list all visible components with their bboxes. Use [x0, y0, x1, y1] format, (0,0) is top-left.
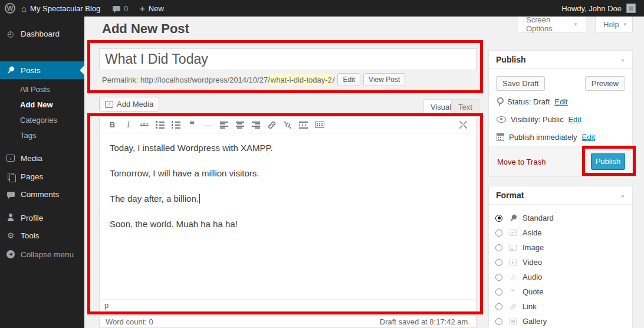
blockquote-button[interactable]: ❝ — [184, 118, 200, 132]
format-option-image[interactable]: Image — [489, 240, 632, 255]
schedule-row: Publish immediately Edit — [497, 133, 595, 142]
edit-permalink-button[interactable]: Edit — [337, 73, 360, 86]
publish-box-header[interactable]: Publish ▲ — [489, 51, 632, 69]
radio-video[interactable] — [495, 259, 502, 266]
account-menu[interactable]: Howdy, John Doe — [561, 0, 622, 17]
sidebar-subitem-categories[interactable]: Categories — [0, 113, 84, 127]
post-content-area[interactable]: Today, I installed Wordpress with XAMPP.… — [100, 134, 476, 299]
post-paragraph: Today, I installed Wordpress with XAMPP. — [110, 142, 466, 154]
format-option-audio[interactable]: ♫ Audio — [489, 270, 632, 284]
sidebar-item-posts[interactable]: Posts — [0, 61, 84, 79]
post-paragraph: Tomorrow, I will have a million visitors… — [110, 167, 466, 179]
format-option-link[interactable]: Link — [489, 299, 632, 314]
quote-icon: ❝ — [508, 289, 518, 295]
italic-button[interactable]: I — [120, 118, 136, 132]
move-to-trash-link[interactable]: Move to Trash — [497, 158, 546, 166]
post-title-input[interactable] — [99, 48, 477, 70]
comments-icon — [6, 192, 15, 197]
sidebar-item-collapse-menu[interactable]: ◀ Collapse menu — [0, 245, 84, 263]
comments-count: 0 — [124, 4, 128, 13]
remove-link-button[interactable] — [280, 118, 295, 132]
sidebar-item-comments[interactable]: Comments — [0, 185, 84, 203]
numbered-list-button[interactable] — [168, 118, 184, 132]
view-post-button[interactable]: View Post — [363, 73, 405, 86]
text-tab[interactable]: Text — [451, 99, 479, 114]
save-draft-button[interactable]: Save Draft — [496, 76, 545, 91]
radio-quote[interactable] — [495, 288, 502, 296]
editor-path-bar: p — [100, 299, 476, 312]
collapse-toggle-icon[interactable]: ▲ — [620, 193, 625, 198]
post-paragraph: Soon, the world. Muah ha ha ha! — [110, 218, 466, 230]
help-tab[interactable]: Help ▼ — [595, 17, 633, 32]
sidebar-subitem-add-new[interactable]: Add New — [0, 98, 84, 112]
sidebar-item-dashboard[interactable]: ◴ Dashboard — [0, 25, 84, 42]
more-tag-icon — [299, 122, 308, 129]
sidebar-item-pages[interactable]: Pages — [0, 168, 84, 185]
format-option-label: Link — [523, 302, 537, 311]
more-tag-button[interactable] — [295, 118, 311, 132]
format-option-label: Aside — [523, 228, 542, 237]
user-avatar[interactable] — [626, 0, 636, 17]
horizontal-rule-button[interactable]: — — [200, 118, 216, 132]
strikethrough-button[interactable]: ABC — [136, 118, 152, 132]
sidebar-item-profile[interactable]: Profile — [0, 209, 84, 227]
format-box-header[interactable]: Format ▲ — [489, 186, 632, 205]
align-left-button[interactable] — [216, 118, 232, 132]
sidebar-item-tools[interactable]: ⚙ Tools — [0, 227, 84, 244]
comments-menu[interactable]: 0 — [113, 0, 128, 17]
format-option-gallery[interactable]: Gallery — [489, 314, 632, 328]
format-option-quote[interactable]: ❝ Quote — [489, 284, 632, 299]
status-text: Status: Draft — [507, 97, 550, 106]
add-media-label: Add Media — [117, 100, 153, 109]
format-option-video[interactable]: Video — [489, 255, 632, 270]
sidebar-subitem-all-posts[interactable]: All Posts — [0, 83, 84, 97]
word-count-label: Word count: — [106, 317, 147, 326]
radio-link[interactable] — [495, 303, 502, 310]
visibility-text: Visibility: Public — [511, 115, 563, 124]
sidebar-item-label: Pages — [21, 172, 43, 181]
radio-gallery[interactable] — [495, 318, 502, 325]
status-value: Draft — [533, 97, 550, 106]
fullscreen-icon — [458, 120, 468, 130]
new-content-menu[interactable]: + New — [140, 0, 164, 17]
radio-audio[interactable] — [495, 274, 502, 281]
plus-icon: + — [140, 4, 145, 14]
howdy-text: Howdy, John Doe — [561, 4, 622, 13]
format-option-aside[interactable]: Aside — [489, 225, 632, 240]
edit-visibility-link[interactable]: Edit — [568, 115, 581, 124]
add-media-button[interactable]: ♪ Add Media — [99, 97, 159, 111]
tools-icon: ⚙ — [6, 231, 15, 240]
permalink-slug[interactable]: what-i-did-today-2 — [270, 74, 333, 86]
bold-button[interactable]: B — [104, 118, 120, 132]
collapse-toggle-icon[interactable]: ▲ — [620, 57, 625, 63]
publish-button[interactable]: Publish — [591, 153, 625, 170]
preview-button[interactable]: Preview — [585, 76, 625, 91]
link-icon — [508, 303, 518, 311]
active-menu-arrow — [75, 65, 84, 75]
bulleted-list-button[interactable] — [152, 118, 168, 132]
site-menu[interactable]: ⌂ My Spectacular Blog — [21, 0, 100, 17]
standard-pin-icon — [508, 214, 518, 222]
align-center-button[interactable] — [232, 118, 248, 132]
sidebar-item-media[interactable]: ♪ Media — [0, 149, 84, 167]
sidebar-item-label: Posts — [21, 66, 41, 75]
radio-standard[interactable] — [495, 215, 502, 222]
sidebar-subitem-tags[interactable]: Tags — [0, 129, 84, 143]
pushpin-icon — [6, 66, 15, 74]
add-media-icon: ♪ — [105, 101, 113, 108]
format-option-standard[interactable]: Standard — [489, 211, 632, 225]
aside-note-icon — [508, 229, 518, 236]
wordpress-logo-menu[interactable]: W — [5, 0, 15, 17]
insert-link-button[interactable] — [264, 118, 280, 132]
align-right-button[interactable] — [248, 118, 264, 132]
video-icon — [508, 260, 518, 265]
radio-image[interactable] — [495, 244, 502, 251]
radio-aside[interactable] — [495, 229, 502, 237]
distraction-free-button[interactable] — [455, 118, 471, 132]
profile-icon — [6, 214, 15, 222]
edit-status-link[interactable]: Edit — [554, 97, 567, 106]
toolbar-toggle-button[interactable] — [311, 118, 327, 132]
editor-toolbar: B I ABC ❝ — — [100, 117, 476, 133]
screen-options-tab[interactable]: Screen Options ▼ — [518, 17, 586, 32]
edit-schedule-link[interactable]: Edit — [582, 133, 595, 142]
